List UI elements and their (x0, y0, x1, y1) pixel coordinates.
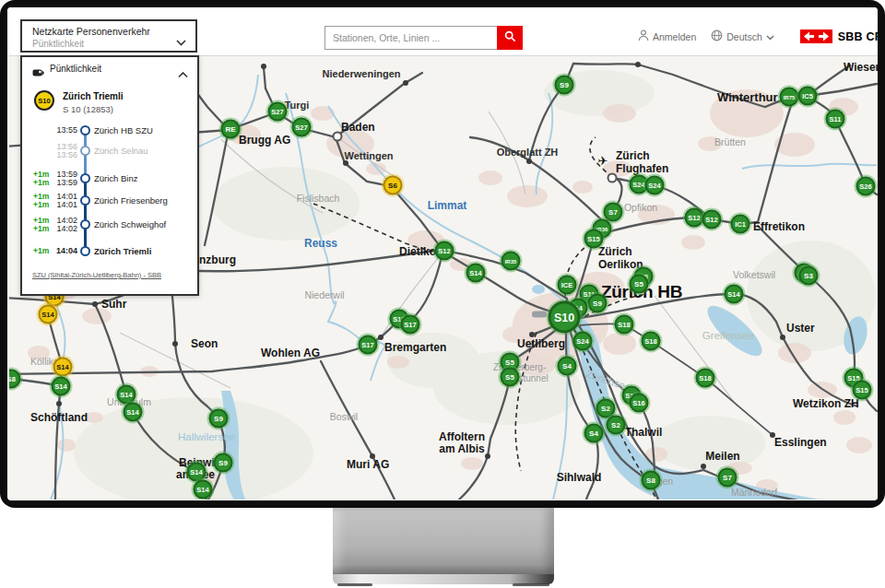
desktop-mockup: Anmelden Deutsch SBB CFF FFS (0, 0, 885, 588)
train-badge[interactable]: S9 (555, 76, 574, 95)
map-label: Boswil (330, 411, 358, 422)
train-badge[interactable]: S14 (187, 463, 206, 482)
sbb-logo[interactable]: SBB CFF FFS (800, 29, 878, 43)
monitor-stand (333, 508, 554, 574)
train-badge[interactable]: S9 (209, 409, 229, 429)
language-label: Deutsch (726, 31, 762, 42)
map-label: Bremgarten (384, 341, 446, 354)
train-badge[interactable]: S15 (853, 381, 872, 400)
train-badge[interactable]: S5 (630, 275, 649, 294)
map-label: Thalwil (625, 426, 663, 439)
stop-time: 14:02 (55, 224, 77, 233)
train-badge[interactable]: S9 (214, 453, 233, 473)
stop-marker (80, 173, 90, 183)
train-badge[interactable]: S6 (384, 176, 403, 195)
train-badge[interactable]: S14 (39, 305, 58, 324)
map-label: Uetliberg (517, 337, 565, 350)
train-badge[interactable]: S4 (584, 424, 604, 443)
train-badge[interactable]: S26 (856, 177, 876, 196)
map-label: Fislisbach (297, 193, 340, 204)
map-label: Effretikon (753, 220, 805, 233)
train-badge[interactable]: S2 (607, 416, 626, 435)
login-button[interactable]: Anmelden (638, 29, 696, 43)
train-badge[interactable]: S7 (604, 203, 623, 222)
train-badge[interactable]: S14 (53, 358, 73, 377)
map-label: Männedorf (731, 487, 777, 498)
sbb-logo-text: SBB CFF FFS (838, 30, 878, 43)
header-right: Anmelden Deutsch SBB CFF FFS (638, 29, 878, 43)
map-label: Niederweningen (323, 68, 401, 79)
train-badge[interactable]: RE (221, 120, 241, 139)
train-badge[interactable]: S16 (630, 394, 649, 413)
train-badge[interactable]: S11 (826, 110, 845, 129)
map-label: Wiesendangen (844, 61, 878, 74)
chevron-down-icon (766, 31, 774, 42)
map-layer-dropdown[interactable]: Netzkarte Personenverkehr Pünktlichkeit (20, 19, 197, 53)
train-badge[interactable]: S8 (642, 471, 661, 490)
stop-name: Zürich Selnau (94, 146, 148, 156)
map-label: Meilen (705, 450, 739, 463)
train-badge[interactable]: S14 (117, 385, 136, 405)
train-badge[interactable]: IC5 (798, 87, 818, 106)
train-badge[interactable]: S12 (685, 208, 704, 228)
train-badge[interactable]: ICE (558, 276, 577, 295)
station-dot (92, 301, 98, 307)
train-badge[interactable]: S18 (642, 332, 661, 351)
train-badge[interactable]: S12 (435, 241, 454, 261)
train-badge[interactable]: IR35 (502, 252, 521, 271)
train-badge[interactable]: S7 (718, 468, 738, 488)
map-label: Oberglatt ZH (497, 147, 559, 158)
delay-value: +1m (33, 246, 49, 255)
train-badge[interactable]: S14 (466, 264, 486, 283)
delay-value: +1m (33, 224, 49, 233)
search-input[interactable] (324, 26, 498, 50)
train-badge[interactable]: S12 (702, 210, 722, 229)
chevron-down-icon (176, 33, 186, 50)
train-badge[interactable]: S4 (558, 357, 577, 376)
train-badge[interactable]: S3 (799, 266, 819, 286)
stop-name: Zürich Triemli (94, 246, 151, 256)
airport-icon: ✈ (598, 154, 608, 168)
map-label: Turgi (285, 100, 310, 111)
station-dot (56, 401, 62, 406)
train-badge[interactable]: S14 (194, 480, 213, 500)
train-badge[interactable]: IC1 (731, 215, 750, 234)
selected-train-badge[interactable]: S10 (549, 301, 581, 334)
train-badge[interactable]: S24 (573, 332, 593, 351)
map-label: Wettingen (345, 150, 394, 161)
train-badge[interactable]: S18 (696, 369, 715, 388)
map-label: Seon (191, 337, 218, 350)
map-label: Zürich (616, 149, 650, 162)
stop-time: 13:59 (55, 178, 77, 187)
station-dot (403, 80, 408, 86)
train-badge[interactable]: S24 (645, 176, 665, 195)
train-badge[interactable]: S27 (292, 118, 312, 137)
station-dot (261, 64, 266, 69)
train-badge[interactable]: S18 (615, 315, 634, 335)
train-badge[interactable]: S17 (359, 335, 378, 355)
station-dot (635, 62, 641, 67)
train-badge[interactable]: S27 (268, 102, 288, 122)
train-badge[interactable]: S17 (401, 315, 420, 335)
stop-marker (80, 246, 90, 256)
language-selector[interactable]: Deutsch (711, 29, 774, 43)
main-station-marker (532, 312, 547, 318)
train-badge[interactable]: S9 (588, 294, 608, 313)
train-badge[interactable]: S5 (501, 368, 520, 387)
search-button[interactable] (497, 26, 523, 50)
train-badge[interactable]: S14 (725, 285, 744, 304)
train-badge[interactable]: S14 (124, 403, 143, 422)
operator-link[interactable]: SZU (Sihltal-Zürich-Uetliberg-Bahn) - SB… (32, 271, 161, 279)
monitor-foot-right (513, 583, 549, 586)
dropdown-title: Netzkarte Personenverkehr (32, 26, 150, 37)
train-badge[interactable]: S14 (52, 377, 71, 396)
stop-marker (80, 195, 90, 206)
train-badge[interactable]: IR75 (780, 88, 799, 107)
train-badge[interactable]: S15 (584, 229, 604, 249)
stop-time: 14:04 (55, 246, 77, 255)
map-label: Sihlwald (557, 471, 602, 484)
app-window: Anmelden Deutsch SBB CFF FFS (7, 7, 878, 500)
map-label: Greifensee (702, 330, 754, 341)
stop-name: Zürich HB SZU (94, 125, 153, 135)
sbb-flag-icon (800, 29, 832, 43)
